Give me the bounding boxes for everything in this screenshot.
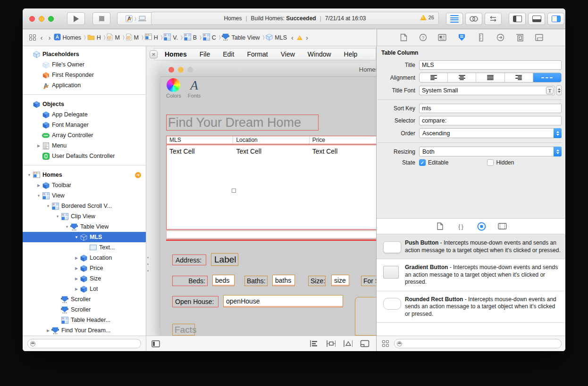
disclosure-triangle-icon[interactable]: ▼ <box>55 214 60 219</box>
colors-toolbar-item[interactable]: Colors <box>166 78 181 101</box>
resizing-behavior-button[interactable] <box>360 339 370 348</box>
prev-issue-button[interactable]: ‹ <box>291 34 294 41</box>
minimize-button[interactable] <box>39 16 44 22</box>
table-body[interactable]: Text CellText CellText Cell <box>166 145 377 230</box>
document-outline-toggle[interactable] <box>151 339 160 348</box>
connections-inspector-tab[interactable] <box>496 33 505 42</box>
table-column-header[interactable]: Location <box>233 136 309 144</box>
table-cell[interactable]: Text Cell <box>310 145 377 229</box>
disclosure-triangle-icon[interactable]: ▼ <box>45 204 51 208</box>
warning-count-badge[interactable]: 26 <box>420 15 434 20</box>
next-issue-button[interactable]: › <box>306 34 308 41</box>
alignment-segment-center[interactable] <box>448 73 476 82</box>
breadcrumb-item-b[interactable]: B <box>184 33 197 42</box>
close-button[interactable] <box>29 16 35 22</box>
breadcrumb-item-m[interactable]: M <box>107 33 119 42</box>
baths-field[interactable]: baths <box>272 275 295 286</box>
outline-item-text-[interactable]: Text... <box>23 242 146 253</box>
resizing-popup[interactable]: Both <box>419 147 562 156</box>
table-column-header[interactable]: MLS <box>167 136 233 144</box>
disclosure-triangle-icon[interactable]: ▶ <box>45 329 51 333</box>
designed-menu-bar[interactable]: ✕ HomesFileEditFormatViewWindowHelp <box>154 48 376 60</box>
outline-item-scroller[interactable]: Scroller <box>23 304 146 315</box>
menu-item-view[interactable]: View <box>281 50 295 58</box>
breadcrumb-item-m[interactable]: M <box>126 33 139 42</box>
zoom-button[interactable] <box>48 16 54 22</box>
outline-item-clip-view[interactable]: ▼Clip View <box>23 211 146 222</box>
title-field[interactable]: MLS <box>419 60 562 70</box>
object-library-tab[interactable] <box>477 222 486 231</box>
menu-close-icon[interactable]: ✕ <box>150 50 158 58</box>
quick-help-inspector-tab[interactable]: ? <box>418 33 428 42</box>
issue-warning-icon[interactable] <box>297 35 302 40</box>
disclosure-triangle-icon[interactable]: ▶ <box>74 256 79 260</box>
facts-label[interactable]: Facts <box>172 324 195 336</box>
outline-item-scroller[interactable]: Scroller <box>23 294 146 304</box>
media-library-tab[interactable] <box>497 222 507 231</box>
breadcrumb-item-h[interactable]: H <box>87 34 101 41</box>
heading-label[interactable]: Find Your Dream Home <box>166 115 319 131</box>
file-inspector-tab[interactable] <box>399 33 408 42</box>
pin-button[interactable] <box>326 339 336 348</box>
designed-window[interactable]: Homes Colors A Fonts Find Your Dream Hom… <box>160 63 377 336</box>
outline-item-mls[interactable]: ▼MLS <box>23 232 146 242</box>
resolve-autolayout-button[interactable] <box>343 339 353 348</box>
outline-item-file-s-owner[interactable]: File's Owner <box>23 59 146 70</box>
for-sale-label[interactable]: For S <box>361 276 377 286</box>
photo-well[interactable] <box>355 297 377 336</box>
version-editor-button[interactable] <box>485 13 502 25</box>
baths-label[interactable]: Baths: <box>244 276 268 286</box>
address-value-label[interactable]: Label <box>211 253 238 266</box>
stop-button[interactable] <box>92 12 110 25</box>
library-item-gradient-button[interactable]: Gradient Button - Intercepts mouse-down … <box>377 259 565 291</box>
library-item-push-button[interactable]: Push Button - Intercepts mouse-down even… <box>377 235 565 259</box>
selector-field[interactable]: compare: <box>419 116 562 125</box>
fonts-toolbar-item[interactable]: A Fonts <box>188 78 201 101</box>
outline-item-size[interactable]: ▶Size <box>23 273 146 284</box>
outline-item-bordered-scroll-v-[interactable]: ▼Bordered Scroll V... <box>23 201 146 211</box>
run-button[interactable] <box>67 12 85 25</box>
menu-item-file[interactable]: File <box>200 50 210 58</box>
code-snippet-library-tab[interactable]: { } <box>456 222 465 231</box>
disclosure-triangle-icon[interactable]: ▶ <box>74 287 79 291</box>
size-field[interactable]: size <box>331 275 349 286</box>
breadcrumb-item-v-[interactable]: V. <box>164 33 178 42</box>
designed-table-view[interactable]: MLSLocationPrice Text CellText CellText … <box>166 136 377 242</box>
table-column-header[interactable]: Price <box>310 136 377 144</box>
size-label[interactable]: Size: <box>308 276 326 286</box>
outline-item-find-your-dream-[interactable]: ▶Find Your Dream... <box>23 325 146 336</box>
outline-item-location[interactable]: ▶Location <box>23 253 146 263</box>
outline-item-table-view[interactable]: ▼Table View <box>23 222 146 232</box>
outline-item-table-header-[interactable]: Table Header... <box>23 315 146 325</box>
related-items-icon[interactable] <box>29 34 36 41</box>
navigator-toggle-button[interactable] <box>509 13 526 25</box>
bindings-inspector-tab[interactable] <box>515 33 524 42</box>
assistant-editor-button[interactable] <box>465 13 482 25</box>
forward-button[interactable]: › <box>49 34 51 41</box>
disclosure-triangle-icon[interactable]: ▶ <box>74 266 79 271</box>
order-popup[interactable]: Ascending <box>419 128 562 138</box>
disclosure-triangle-icon[interactable]: ▼ <box>64 225 70 229</box>
outline-item-view[interactable]: ▼View <box>23 190 146 201</box>
file-template-library-tab[interactable] <box>435 222 445 231</box>
open-house-label[interactable]: Open House: <box>172 296 218 307</box>
library-item-rounded-rect-button[interactable]: Rounded Rect Button - Intercepts mouse-d… <box>377 291 565 323</box>
outline-item-objects[interactable]: Objects <box>23 99 146 109</box>
menu-item-help[interactable]: Help <box>344 50 358 58</box>
scheme-selector[interactable]: A 〉 <box>117 12 155 25</box>
address-label[interactable]: Address: <box>172 255 206 265</box>
table-header[interactable]: MLSLocationPrice <box>166 136 377 144</box>
title-font-field[interactable]: System SmallT <box>419 86 555 95</box>
outline-item-user-defaults-controller[interactable]: User Defaults Controller <box>23 151 146 161</box>
editable-checkbox[interactable]: ✓ <box>419 159 426 166</box>
empty-cell-handle[interactable] <box>232 189 236 193</box>
disclosure-triangle-icon[interactable]: ▶ <box>36 183 42 188</box>
menu-item-edit[interactable]: Edit <box>223 50 234 58</box>
alignment-segment-natural[interactable] <box>533 73 561 82</box>
menu-item-homes[interactable]: Homes <box>165 50 187 58</box>
outline-item-first-responder[interactable]: 1First Responder <box>23 70 146 80</box>
beds-field[interactable]: beds <box>212 275 235 286</box>
library-filter-field[interactable] <box>394 339 562 348</box>
align-button[interactable] <box>309 339 319 348</box>
outline-item-toolbar[interactable]: ▶Toolbar <box>23 180 146 190</box>
